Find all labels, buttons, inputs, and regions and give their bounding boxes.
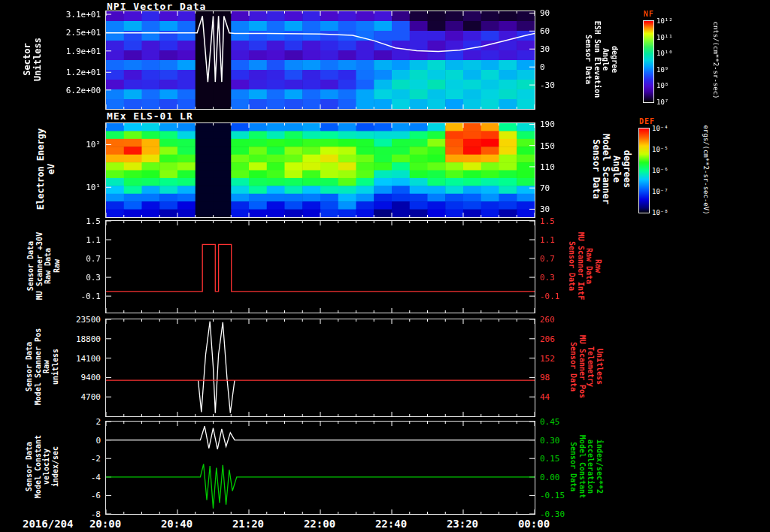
nf-gradient [644, 21, 653, 102]
axis-label-line: Raw [53, 232, 62, 300]
tick-label: 9400 [81, 373, 102, 382]
axis-label-line: unitless [51, 328, 60, 405]
tick-label: 0.30 [540, 436, 560, 444]
tick-label: 0.7 [540, 255, 555, 263]
tick-label: 4700 [81, 393, 102, 401]
plot-screen: NPI Vector Data MEx ELS-01 LR 3.1e+012.5… [0, 0, 770, 532]
tick-label: 0.45 [540, 418, 560, 426]
colorbar-tick-label: 10¹² [656, 18, 673, 25]
tick-label: 10² [86, 141, 101, 149]
axis-label-line: Model Scanner [600, 134, 611, 204]
sun-elevation-line [106, 16, 535, 82]
tick-label: 23500 [76, 316, 101, 324]
axis-label-line: Raw Data [44, 232, 53, 300]
tick-label: 98 [540, 373, 550, 382]
tick-label: 1.5 [86, 217, 101, 225]
tick-label: -0.30 [540, 510, 565, 518]
time-tick-label: 20:40 [161, 518, 192, 530]
axis-label-line: Unitless [33, 38, 44, 81]
model-acceleration-line [106, 464, 535, 509]
axis-label-line: MU Scanner +30V [35, 232, 44, 300]
axis-label-line: index/sec**2 [596, 435, 605, 498]
axis-label-line: MU Scanner Pos [578, 335, 587, 398]
panel2-title: MEx ELS-01 LR [107, 110, 193, 122]
axis-label-line: eV [47, 128, 57, 210]
tick-label: 2.5e+01 [66, 29, 101, 37]
tick-label: 70 [540, 184, 550, 192]
tick-label: 1.1 [540, 236, 555, 244]
colorbar-tick-label: 10¹¹ [656, 34, 673, 41]
tick-label: -0.1 [81, 292, 102, 301]
def-colorbar: 10⁻⁴10⁻⁵10⁻⁶10⁻⁷10⁻⁸ [638, 128, 650, 213]
mu-scanner-30v-plot [106, 221, 535, 313]
panel2-right-label: degreesAngleModel ScannerSensor Data [590, 134, 631, 204]
tick-label: 6.2e+00 [66, 86, 101, 94]
mu-scanner-30v-line [106, 244, 535, 292]
axis-label-line: Model Constant [34, 435, 43, 498]
axis-label-line: velocity [42, 435, 51, 498]
model-constant-panel: 20-2-4-6-80.450.300.150.00-0.15-0.30 [105, 421, 535, 515]
tick-label: 152 [540, 354, 555, 362]
axis-label-line: Electron Energy [36, 128, 47, 210]
colorbar-tick-label: 10⁻⁸ [652, 210, 668, 216]
date-label: 2016/204 [23, 518, 73, 530]
time-tick-label: 00:00 [518, 518, 550, 530]
panel1-left-label: SectorUnitless [23, 38, 44, 81]
tick-label: 260 [540, 316, 555, 324]
axis-label-line: cnts/(cm**2-sr-sec) [712, 22, 720, 99]
model-velocity-line [106, 426, 535, 449]
panel4-right-label: UnitlessTelemetryMU Scanner PosSensor Da… [569, 335, 604, 398]
tick-label: -4 [91, 473, 101, 481]
time-tick-label: 23:20 [447, 518, 478, 530]
axis-label-line: degree [611, 21, 620, 98]
model-scanner-pos-plot [106, 319, 535, 416]
axis-label-line: MU Scanner IntF [577, 232, 586, 300]
tick-label: -30 [540, 81, 555, 89]
colorbar-tick-label: 10⁸ [656, 83, 668, 89]
axis-label-line: Sensor Data [569, 435, 578, 498]
colorbar-tick-label: 10¹⁰ [656, 50, 673, 57]
colorbar-tick-label: 10⁻⁶ [652, 168, 668, 174]
axis-label-line: index/sec [51, 435, 60, 498]
axis-label-line: Angle [602, 21, 611, 98]
npi-vector-plot [106, 11, 535, 109]
panel2-left-label: Electron EnergyeV [36, 128, 57, 210]
els-spectrogram-panel: 10²10¹1901501107030 [105, 122, 535, 218]
colorbar1-title: NF [644, 10, 654, 18]
tick-label: 18800 [76, 334, 101, 343]
colorbar-tick-label: 10⁻⁷ [652, 189, 668, 195]
tick-label: 0.15 [540, 455, 560, 463]
axis-label-line: Model Constant [578, 435, 587, 498]
axis-label-line: Angle [611, 134, 621, 204]
tick-label: 0.7 [86, 255, 101, 263]
tick-label: 190 [540, 120, 555, 128]
panel5-right-label: index/sec**2accelerationModel ConstantSe… [569, 435, 604, 498]
tick-label: 1.1 [86, 236, 101, 244]
tick-label: 150 [540, 141, 555, 150]
tick-label: -0.15 [540, 491, 565, 500]
tick-label: 1.2e+01 [66, 68, 101, 77]
time-tick-label: 21:20 [232, 518, 264, 530]
tick-label: 206 [540, 334, 555, 343]
axis-label-line: Sensor Data [25, 435, 34, 498]
tick-label: 1.5 [540, 217, 555, 225]
tick-label: 3.1e+01 [66, 11, 101, 19]
els-plot [106, 123, 535, 217]
tick-label: 60 [540, 27, 550, 35]
model-scanner-pos-panel: 235001880014100940047002602061529844 [105, 319, 535, 417]
tick-label: -8 [91, 510, 101, 518]
axis-label-line: Telemetry [587, 335, 596, 398]
axis-label-line: Sensor Data [568, 232, 577, 300]
colorbar-tick-label: 10⁻⁵ [652, 147, 668, 153]
axis-label-line: Sensor Data [26, 232, 35, 300]
tick-label: 0 [540, 63, 545, 71]
axis-label-line: Model Scanner Pos [34, 328, 43, 405]
model-constant-plot [106, 422, 535, 514]
nf-colorbar: 10¹²10¹¹10¹⁰10⁹10⁸10⁷ [643, 20, 654, 103]
axis-label-line: ESH Sun Elevation [593, 21, 602, 98]
time-tick-label: 22:00 [304, 518, 335, 530]
axis-label-line: Sector [23, 38, 33, 81]
tick-label: 14100 [76, 354, 101, 362]
tick-label: 0.00 [540, 473, 560, 481]
scanner-pos-raw-line [199, 322, 235, 413]
